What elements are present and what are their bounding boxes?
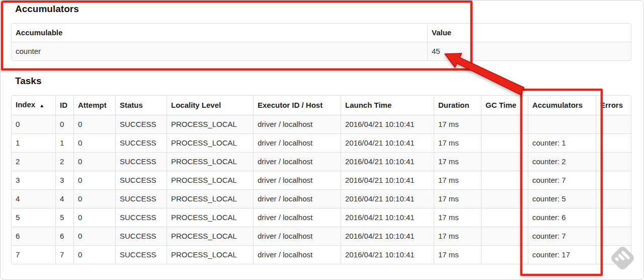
task-cell-index: 0 [12, 115, 55, 133]
task-cell-locality-level: PROCESS_LOCAL [167, 245, 253, 264]
task-cell-attempt: 0 [73, 245, 115, 264]
task-row: 000SUCCESSPROCESS_LOCALdriver / localhos… [12, 115, 631, 133]
accumulator-row: counter 45 [12, 42, 631, 60]
task-cell-errors [596, 133, 631, 152]
task-cell-duration: 17 ms [434, 115, 481, 133]
task-cell-locality-level: PROCESS_LOCAL [167, 152, 253, 171]
task-cell-status: SUCCESS [115, 171, 167, 189]
task-cell-gc-time [481, 171, 528, 189]
task-row: 220SUCCESSPROCESS_LOCALdriver / localhos… [12, 152, 631, 171]
task-cell-accumulators: counter: 1 [528, 133, 596, 152]
task-row: 330SUCCESSPROCESS_LOCALdriver / localhos… [12, 171, 631, 189]
task-cell-status: SUCCESS [115, 133, 167, 152]
task-cell-launch-time: 2016/04/21 10:10:41 [341, 189, 434, 208]
task-cell-accumulators: counter: 7 [528, 227, 596, 245]
task-cell-gc-time [481, 189, 528, 208]
task-cell-accumulators: counter: 5 [528, 189, 596, 208]
tasks-section-title: Tasks [15, 75, 644, 87]
task-cell-executor-id-host: driver / localhost [253, 152, 341, 171]
task-cell-launch-time: 2016/04/21 10:10:41 [341, 152, 434, 171]
executor-id-host-column-header[interactable]: Executor ID / Host [253, 96, 341, 115]
task-cell-launch-time: 2016/04/21 10:10:41 [341, 227, 434, 245]
accumulator-value-cell: 45 [427, 42, 631, 60]
task-cell-attempt: 0 [73, 189, 115, 208]
task-cell-duration: 17 ms [434, 245, 481, 264]
task-cell-id: 2 [55, 152, 73, 171]
tasks-header-row: Index▲ ID Attempt Status Locality Level … [12, 96, 631, 115]
accumulable-column-header[interactable]: Accumulable [12, 24, 427, 42]
task-cell-errors [596, 152, 631, 171]
task-cell-attempt: 0 [73, 115, 115, 133]
task-cell-launch-time: 2016/04/21 10:10:41 [341, 208, 434, 227]
task-cell-id: 6 [55, 227, 73, 245]
task-row: 660SUCCESSPROCESS_LOCALdriver / localhos… [12, 227, 631, 245]
task-cell-id: 7 [55, 245, 73, 264]
task-cell-duration: 17 ms [434, 189, 481, 208]
task-cell-executor-id-host: driver / localhost [253, 208, 341, 227]
task-cell-index: 2 [12, 152, 55, 171]
task-cell-locality-level: PROCESS_LOCAL [167, 208, 253, 227]
task-row: 550SUCCESSPROCESS_LOCALdriver / localhos… [12, 208, 631, 227]
value-column-header[interactable]: Value [427, 24, 631, 42]
task-cell-accumulators [528, 115, 596, 133]
task-row: 110SUCCESSPROCESS_LOCALdriver / localhos… [12, 133, 631, 152]
accumulators-header-row: Accumulable Value [12, 24, 631, 42]
gc-time-column-header[interactable]: GC Time [481, 96, 528, 115]
task-cell-status: SUCCESS [115, 152, 167, 171]
task-cell-executor-id-host: driver / localhost [253, 189, 341, 208]
task-cell-accumulators: counter: 6 [528, 208, 596, 227]
task-cell-id: 1 [55, 133, 73, 152]
errors-column-header[interactable]: Errors [596, 96, 631, 115]
attempt-column-header[interactable]: Attempt [73, 96, 115, 115]
task-cell-errors [596, 171, 631, 189]
locality-level-column-header[interactable]: Locality Level [167, 96, 253, 115]
page-content: Accumulators Accumulable Value counter 4… [0, 0, 644, 264]
task-row: 770SUCCESSPROCESS_LOCALdriver / localhos… [12, 245, 631, 264]
task-cell-locality-level: PROCESS_LOCAL [167, 171, 253, 189]
task-cell-id: 4 [55, 189, 73, 208]
task-cell-gc-time [481, 208, 528, 227]
task-cell-locality-level: PROCESS_LOCAL [167, 227, 253, 245]
task-cell-gc-time [481, 152, 528, 171]
task-cell-locality-level: PROCESS_LOCAL [167, 189, 253, 208]
task-cell-index: 3 [12, 171, 55, 189]
task-cell-errors [596, 227, 631, 245]
task-cell-errors [596, 208, 631, 227]
task-cell-status: SUCCESS [115, 245, 167, 264]
task-cell-errors [596, 189, 631, 208]
duration-column-header[interactable]: Duration [434, 96, 481, 115]
sort-ascending-icon: ▲ [39, 103, 44, 108]
task-cell-gc-time [481, 245, 528, 264]
task-cell-id: 0 [55, 115, 73, 133]
task-row: 440SUCCESSPROCESS_LOCALdriver / localhos… [12, 189, 631, 208]
task-cell-executor-id-host: driver / localhost [253, 115, 341, 133]
task-cell-duration: 17 ms [434, 208, 481, 227]
task-cell-id: 3 [55, 171, 73, 189]
task-cell-duration: 17 ms [434, 152, 481, 171]
task-cell-launch-time: 2016/04/21 10:10:41 [341, 133, 434, 152]
index-column-header[interactable]: Index▲ [12, 96, 55, 115]
task-cell-attempt: 0 [73, 133, 115, 152]
task-cell-attempt: 0 [73, 171, 115, 189]
task-cell-attempt: 0 [73, 208, 115, 227]
id-column-header[interactable]: ID [55, 96, 73, 115]
task-cell-accumulators: counter: 17 [528, 245, 596, 264]
task-cell-status: SUCCESS [115, 208, 167, 227]
index-column-label: Index [16, 100, 35, 109]
task-cell-duration: 17 ms [434, 133, 481, 152]
task-cell-status: SUCCESS [115, 115, 167, 133]
task-cell-duration: 17 ms [434, 227, 481, 245]
task-cell-id: 5 [55, 208, 73, 227]
status-column-header[interactable]: Status [115, 96, 167, 115]
tasks-table-body: 000SUCCESSPROCESS_LOCALdriver / localhos… [12, 115, 631, 264]
launch-time-column-header[interactable]: Launch Time [341, 96, 434, 115]
task-cell-executor-id-host: driver / localhost [253, 133, 341, 152]
task-cell-duration: 17 ms [434, 171, 481, 189]
task-cell-accumulators: counter: 2 [528, 152, 596, 171]
accumulators-column-header[interactable]: Accumulators [528, 96, 596, 115]
task-cell-attempt: 0 [73, 152, 115, 171]
task-cell-accumulators: counter: 7 [528, 171, 596, 189]
task-cell-index: 4 [12, 189, 55, 208]
task-cell-executor-id-host: driver / localhost [253, 245, 341, 264]
task-cell-launch-time: 2016/04/21 10:10:41 [341, 245, 434, 264]
